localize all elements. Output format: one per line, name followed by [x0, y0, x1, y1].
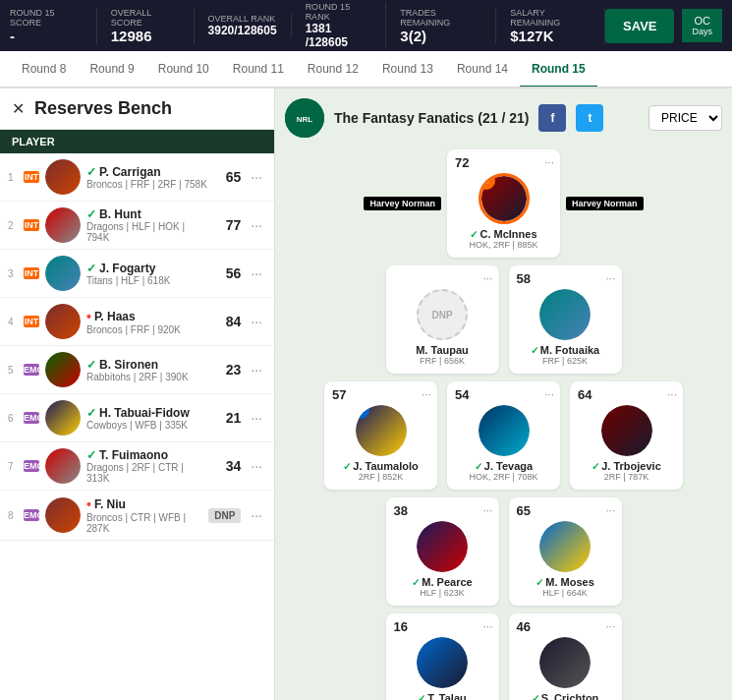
player-card[interactable]: 57···V✓J. Taumalolo2RF | 852K: [324, 381, 437, 490]
countdown-sub: Days: [692, 27, 712, 36]
card-more-button[interactable]: ···: [422, 387, 431, 401]
card-more-button[interactable]: ···: [482, 503, 492, 517]
player-avatar: [479, 405, 530, 456]
status-check-icon: ✓: [86, 448, 96, 462]
card-score: 58: [517, 271, 531, 286]
player-card[interactable]: 72···C✓C. McInnesHOK, 2RF | 885K: [447, 149, 560, 258]
player-card[interactable]: 54···✓J. TevagaHOK, 2RF | 708K: [447, 381, 560, 490]
player-card[interactable]: ···DNPM. TaupauFRF | 656K: [386, 265, 499, 374]
card-player-meta: HLF | 664K: [542, 588, 587, 598]
card-more-button[interactable]: ···: [544, 387, 554, 401]
round-tab-round-9[interactable]: Round 9: [78, 52, 145, 88]
player-card[interactable]: 58···✓M. FotuaikaFRF | 625K: [509, 265, 622, 374]
trades-remaining-label: TRADES REMAINING: [400, 8, 481, 28]
save-button[interactable]: SAVE: [605, 9, 674, 43]
card-more-button[interactable]: ···: [544, 155, 554, 169]
card-check-icon: ✓: [343, 461, 351, 472]
round-tab-round-15[interactable]: Round 15: [520, 52, 597, 88]
more-options-button[interactable]: ···: [247, 265, 266, 281]
card-more-button[interactable]: ···: [482, 271, 492, 285]
round-tab-round-14[interactable]: Round 14: [445, 52, 520, 88]
status-check-icon: ✓: [86, 207, 96, 221]
more-options-button[interactable]: ···: [247, 362, 266, 378]
overall-rank-label: OVERALL RANK: [208, 14, 277, 24]
player-avatar: [45, 400, 81, 436]
position-badge: INT: [24, 171, 39, 183]
card-player-name: ✓M. Moses: [535, 576, 594, 588]
card-more-button[interactable]: ···: [667, 387, 677, 401]
more-options-button[interactable]: ···: [247, 458, 266, 474]
card-check-icon: ✓: [475, 461, 482, 472]
close-button[interactable]: ✕: [12, 99, 25, 118]
card-player-name: ✓J. Taumalolo: [343, 460, 418, 472]
position-badge: EMG: [24, 412, 39, 424]
salary-remaining-stat: SALARY REMAINING $127K: [496, 8, 605, 44]
player-avatar: [45, 207, 81, 243]
round-tab-round-10[interactable]: Round 10: [146, 52, 221, 88]
sidebar-players-list: 1INT✓P. CarriganBroncos | FRF | 2RF | 75…: [0, 153, 274, 541]
player-card[interactable]: 65···✓M. MosesHLF | 664K: [509, 497, 622, 606]
player-name: ✓P. Carrigan: [86, 165, 207, 179]
card-player-name: ✓S. Crichton: [532, 692, 599, 700]
dnp-badge: DNP: [208, 508, 241, 523]
player-meta: Broncos | CTR | WFB | 287K: [86, 512, 202, 534]
status-check-icon: ✓: [86, 406, 96, 420]
position-badge: INT: [24, 219, 39, 231]
player-info: ✓J. FogartyTitans | HLF | 618K: [86, 262, 207, 286]
position-badge: INT: [24, 316, 39, 327]
card-score: 64: [578, 387, 591, 402]
more-options-button[interactable]: ···: [247, 507, 266, 523]
round-tab-round-11[interactable]: Round 11: [221, 52, 296, 88]
more-options-button[interactable]: ···: [247, 169, 266, 185]
facebook-button[interactable]: f: [538, 104, 566, 132]
card-player-meta: 2RF | 852K: [359, 472, 403, 482]
round-tab-round-12[interactable]: Round 12: [296, 52, 370, 88]
player-meta: Broncos | FRF | 920K: [86, 324, 207, 335]
player-row: 1INT✓P. CarriganBroncos | FRF | 2RF | 75…: [0, 153, 274, 202]
team-name: The Fantasy Fanatics (21 / 21): [334, 110, 529, 126]
more-options-button[interactable]: ···: [247, 314, 266, 329]
player-avatar: [45, 256, 81, 291]
player-card[interactable]: 64···✓J. Trbojevic2RF | 787K: [570, 381, 683, 490]
player-score: 84: [213, 314, 241, 329]
row-number: 5: [8, 365, 18, 376]
player-score: 21: [213, 410, 241, 426]
player-info: ✓H. Tabuai-FidowCowboys | WFB | 335K: [86, 406, 207, 431]
card-check-icon: ✓: [418, 693, 425, 701]
card-score: 38: [394, 503, 408, 518]
card-more-button[interactable]: ···: [482, 619, 492, 633]
card-more-button[interactable]: ···: [605, 271, 615, 285]
harvey-norman-banner-left: Harvey Norman: [364, 197, 441, 210]
card-player-name: ✓J. Trbojevic: [591, 460, 661, 472]
player-card[interactable]: 46···✓S. CrichtonCTR, WFB | 551K: [509, 613, 622, 700]
field-row: ···DNPM. TaupauFRF | 656K58···✓M. Fotuai…: [285, 265, 722, 374]
player-card[interactable]: 16···✓T. TalauCTR, WFB | 422K: [386, 613, 499, 700]
sidebar-title: Reserves Bench: [34, 98, 172, 119]
overall-score-label: OVERALL SCORE: [111, 8, 180, 28]
card-more-button[interactable]: ···: [605, 503, 615, 517]
card-score: 46: [517, 619, 531, 634]
player-avatar: [417, 637, 468, 688]
card-more-button[interactable]: ···: [605, 619, 615, 633]
card-player-meta: HOK, 2RF | 885K: [470, 240, 538, 250]
position-badge: EMG: [24, 509, 39, 521]
player-avatar: [45, 497, 81, 533]
player-card[interactable]: 38···✓M. PearceHLF | 623K: [386, 497, 499, 606]
position-badge: EMG: [24, 364, 39, 376]
player-name: ✓T. Fuimaono: [86, 448, 207, 462]
field-grid: HOKHarvey Norman72···C✓C. McInnesHOK, 2R…: [285, 149, 722, 700]
player-info: •F. NiuBroncos | CTR | WFB | 287K: [86, 496, 202, 534]
more-options-button[interactable]: ···: [247, 217, 266, 233]
card-check-icon: ✓: [470, 229, 478, 240]
player-avatar: [45, 448, 81, 484]
price-select[interactable]: PRICE: [648, 105, 722, 131]
round-tab-round-13[interactable]: Round 13: [370, 52, 445, 88]
more-options-button[interactable]: ···: [247, 410, 266, 426]
player-row: 6EMG✓H. Tabuai-FidowCowboys | WFB | 335K…: [0, 394, 274, 442]
harvey-norman-banner-right: Harvey Norman: [566, 197, 644, 210]
twitter-button[interactable]: t: [576, 104, 603, 132]
overall-score-stat: OVERALL SCORE 12986: [97, 8, 195, 44]
round-tab-round-8[interactable]: Round 8: [10, 52, 78, 88]
player-avatar: [539, 521, 591, 572]
player-row: 7EMG✓T. FuimaonoDragons | 2RF | CTR | 31…: [0, 442, 274, 491]
